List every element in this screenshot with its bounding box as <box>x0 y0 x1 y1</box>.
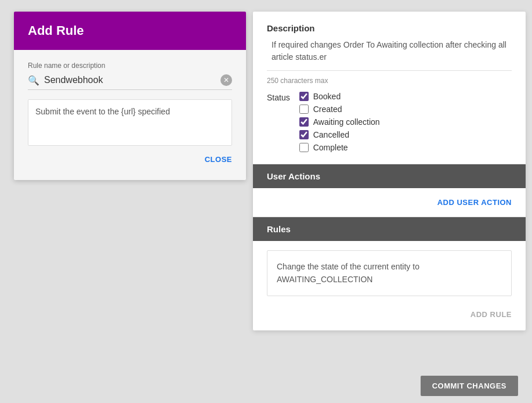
checkbox-complete[interactable]: Complete <box>299 143 380 152</box>
checkbox-cancelled-input[interactable] <box>299 130 309 139</box>
close-button[interactable]: CLOSE <box>205 155 232 164</box>
checkbox-awaiting-input[interactable] <box>299 117 309 127</box>
rule-name-label: Rule name or description <box>28 62 232 70</box>
checkbox-awaiting[interactable]: Awaiting collection <box>299 117 380 127</box>
checkbox-booked[interactable]: Booked <box>299 92 380 101</box>
checkbox-complete-input[interactable] <box>299 143 309 152</box>
checkbox-created[interactable]: Created <box>299 105 380 114</box>
add-rule-body: Rule name or description 🔍 ✕ Submit the … <box>14 50 246 180</box>
checkbox-created-label: Created <box>313 105 342 114</box>
rules-header: Rules <box>253 217 526 241</box>
user-actions-title: User Actions <box>267 171 320 181</box>
description-section: Description If required changes Order To… <box>253 12 526 164</box>
add-rule-button[interactable]: ADD RULE <box>471 310 512 319</box>
bottom-bar: COMMIT CHANGES <box>259 369 532 403</box>
checkbox-complete-label: Complete <box>313 143 348 152</box>
description-title: Description <box>267 23 512 33</box>
checkbox-created-input[interactable] <box>299 105 309 114</box>
close-button-row: CLOSE <box>28 146 232 168</box>
status-label: Status <box>267 93 290 102</box>
right-panel: Description If required changes Order To… <box>253 12 526 330</box>
checkbox-awaiting-label: Awaiting collection <box>313 117 380 127</box>
rules-body: Change the state of the current entity t… <box>253 241 526 330</box>
user-actions-body: ADD USER ACTION <box>253 188 526 217</box>
checkbox-booked-label: Booked <box>313 92 341 101</box>
add-user-action-button[interactable]: ADD USER ACTION <box>437 198 512 207</box>
rule-text: Change the state of the current entity t… <box>277 262 419 284</box>
status-row: Status Booked Created Awaiting collectio… <box>267 92 512 152</box>
rule-text-box: Change the state of the current entity t… <box>267 250 512 296</box>
clear-icon[interactable]: ✕ <box>220 74 232 86</box>
add-rule-title: Add Rule <box>28 23 232 38</box>
checkbox-booked-input[interactable] <box>299 92 309 101</box>
description-divider <box>267 70 512 71</box>
add-rule-panel: Add Rule Rule name or description 🔍 ✕ Su… <box>14 12 246 180</box>
add-rule-row: ADD RULE <box>267 305 512 321</box>
rule-name-input[interactable] <box>44 75 220 85</box>
description-text: If required changes Order To Awaiting co… <box>267 39 512 63</box>
rule-description-box: Submit the event to the {url} specified <box>28 99 232 146</box>
char-limit: 250 characters max <box>267 77 512 85</box>
status-checkboxes: Booked Created Awaiting collection Cance… <box>299 92 380 152</box>
commit-changes-button[interactable]: COMMIT CHANGES <box>421 376 518 396</box>
user-actions-header: User Actions <box>253 164 526 188</box>
checkbox-cancelled[interactable]: Cancelled <box>299 130 380 139</box>
checkbox-cancelled-label: Cancelled <box>313 130 349 139</box>
search-icon: 🔍 <box>28 75 39 86</box>
rules-title: Rules <box>267 224 291 234</box>
rule-name-field: 🔍 ✕ <box>28 74 232 90</box>
add-rule-header: Add Rule <box>14 12 246 50</box>
